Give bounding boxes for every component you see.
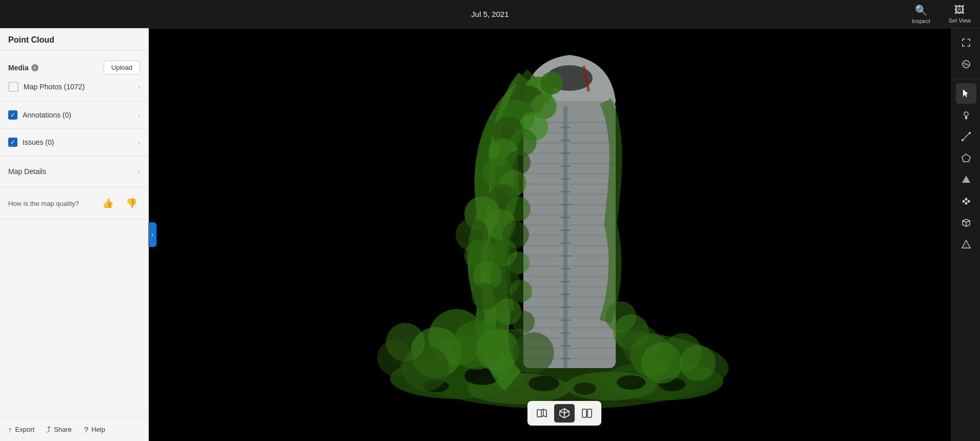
help-button[interactable]: ? Help xyxy=(84,425,105,434)
split-view-button[interactable] xyxy=(577,404,597,423)
3d-settings-icon: 3D xyxy=(961,59,971,69)
media-info-icon: i xyxy=(31,64,38,71)
svg-rect-50 xyxy=(560,255,571,257)
svg-point-114 xyxy=(965,202,967,205)
annotations-checkbox[interactable]: ✓ xyxy=(8,110,17,120)
svg-point-85 xyxy=(472,283,498,310)
svg-text:!: ! xyxy=(966,244,967,247)
svg-rect-56 xyxy=(560,332,571,334)
svg-rect-47 xyxy=(560,217,571,218)
map-photos-label: Map Photos (1072) xyxy=(24,83,138,91)
svg-point-108 xyxy=(962,139,964,141)
help-icon: ? xyxy=(84,425,88,434)
map-details-row[interactable]: Map Details › xyxy=(8,161,140,182)
svg-point-60 xyxy=(540,72,563,94)
thumbs-down-button[interactable]: 👎 xyxy=(123,197,140,210)
map-details-chevron: › xyxy=(138,168,140,176)
issue-button[interactable]: ! xyxy=(956,234,976,255)
svg-rect-45 xyxy=(560,191,571,193)
svg-point-7 xyxy=(617,375,645,390)
pin-icon xyxy=(961,110,971,120)
sidebar-collapse-handle[interactable]: ‹ xyxy=(148,222,156,247)
help-label: Help xyxy=(91,426,105,433)
issues-row[interactable]: ✓ Issues (0) › xyxy=(8,134,140,150)
points-button[interactable] xyxy=(956,191,976,212)
polygon-icon xyxy=(961,153,971,163)
fullscreen-icon xyxy=(961,37,971,48)
sidebar-title: Point Cloud xyxy=(0,28,148,50)
split-icon xyxy=(581,408,593,419)
right-toolbar-main: ! xyxy=(956,79,976,259)
issues-section: ✓ Issues (0) › xyxy=(0,129,148,156)
svg-rect-25 xyxy=(523,245,616,246)
annotations-row[interactable]: ✓ Annotations (0) › xyxy=(8,107,140,123)
viewport[interactable]: 3D xyxy=(149,28,980,441)
svg-text:3D: 3D xyxy=(964,63,968,66)
map-photos-checkbox[interactable] xyxy=(8,82,18,92)
svg-rect-48 xyxy=(560,229,571,231)
map-details-section: Map Details › xyxy=(0,156,148,187)
svg-rect-19 xyxy=(523,183,616,185)
svg-rect-24 xyxy=(523,235,616,236)
svg-rect-49 xyxy=(560,242,571,244)
issues-checkbox[interactable]: ✓ xyxy=(8,138,17,147)
issues-label: Issues (0) xyxy=(23,138,133,146)
map-photos-chevron: › xyxy=(138,83,140,91)
svg-rect-22 xyxy=(523,214,616,216)
inspect-icon: 🔍 xyxy=(915,4,928,16)
share-icon: ⤴ xyxy=(47,425,51,434)
measure-line-icon xyxy=(961,131,971,142)
svg-rect-18 xyxy=(523,173,616,175)
view-controls xyxy=(527,401,601,426)
map-icon xyxy=(536,408,547,419)
quality-section: How is the map quality? 👍 👎 xyxy=(0,187,148,220)
map-view-button[interactable] xyxy=(532,404,552,423)
svg-rect-101 xyxy=(537,410,541,417)
svg-rect-23 xyxy=(523,224,616,226)
cursor-icon xyxy=(961,88,971,99)
set-view-button[interactable]: 🖼 Set View xyxy=(939,0,980,28)
inspect-label: Inspect xyxy=(912,18,930,24)
top-bar: Jul 5, 2021 🔍 Inspect 🖼 Set View xyxy=(0,0,980,28)
svg-line-107 xyxy=(963,133,970,140)
svg-marker-110 xyxy=(962,154,970,162)
svg-point-106 xyxy=(964,112,968,116)
measure-line-button[interactable] xyxy=(956,126,976,147)
svg-point-109 xyxy=(969,132,971,134)
pin-button[interactable] xyxy=(956,105,976,125)
polygon-button[interactable] xyxy=(956,148,976,168)
media-row: Media i Upload xyxy=(8,55,140,78)
annotations-label: Annotations (0) xyxy=(23,111,133,119)
upload-button[interactable]: Upload xyxy=(104,61,140,74)
volume-button[interactable] xyxy=(956,169,976,190)
svg-point-98 xyxy=(377,340,413,376)
svg-rect-42 xyxy=(560,152,571,154)
svg-rect-17 xyxy=(523,163,616,164)
top-bar-actions: 🔍 Inspect 🖼 Set View xyxy=(903,0,980,28)
3d-box-icon xyxy=(961,218,971,228)
cursor-button[interactable] xyxy=(956,83,976,104)
scene-background xyxy=(149,28,980,441)
export-button[interactable]: ↑ Export xyxy=(8,425,34,434)
3d-settings-button[interactable]: 3D xyxy=(956,54,976,74)
share-button[interactable]: ⤴ Share xyxy=(47,425,72,434)
svg-rect-55 xyxy=(560,319,571,321)
svg-rect-52 xyxy=(560,281,571,282)
map-photos-row[interactable]: Map Photos (1072) › xyxy=(8,78,140,96)
export-label: Export xyxy=(15,426,35,433)
silo-scene xyxy=(354,50,775,419)
svg-rect-33 xyxy=(523,327,616,329)
svg-point-112 xyxy=(965,198,967,201)
share-label: Share xyxy=(54,426,72,433)
fullscreen-button[interactable] xyxy=(956,32,976,53)
3d-view-button[interactable] xyxy=(554,404,575,423)
annotations-section: ✓ Annotations (0) › xyxy=(0,102,148,129)
svg-point-8 xyxy=(574,382,596,395)
issues-chevron: › xyxy=(138,139,140,146)
thumbs-up-button[interactable]: 👍 xyxy=(99,197,116,210)
inspect-button[interactable]: 🔍 Inspect xyxy=(903,0,939,28)
svg-point-90 xyxy=(476,329,519,372)
svg-point-78 xyxy=(509,280,532,302)
3d-box-button[interactable] xyxy=(956,213,976,233)
svg-rect-46 xyxy=(560,204,571,205)
